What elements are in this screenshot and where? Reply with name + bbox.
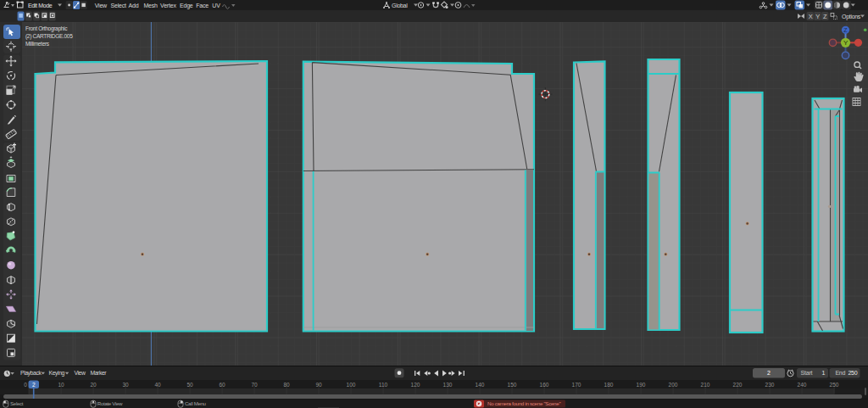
svg-text:80: 80 xyxy=(283,382,290,388)
svg-text:2: 2 xyxy=(767,370,771,376)
svg-text:Start: Start xyxy=(801,370,813,376)
svg-text:Y: Y xyxy=(843,39,849,47)
svg-text:250: 250 xyxy=(849,370,858,376)
svg-text:160: 160 xyxy=(540,382,549,388)
svg-text:90: 90 xyxy=(315,382,322,388)
svg-text:110: 110 xyxy=(379,382,388,388)
svg-text:130: 130 xyxy=(443,382,453,388)
svg-text:Rotate View: Rotate View xyxy=(97,400,123,406)
svg-text:Y: Y xyxy=(815,13,820,20)
svg-text:Add: Add xyxy=(129,3,139,8)
svg-text:Global: Global xyxy=(392,3,408,8)
svg-text:Call Menu: Call Menu xyxy=(185,400,207,406)
svg-text:X: X xyxy=(809,13,813,20)
svg-text:Keying: Keying xyxy=(49,370,65,377)
svg-text:210: 210 xyxy=(701,382,710,388)
svg-text:220: 220 xyxy=(733,382,743,388)
svg-text:200: 200 xyxy=(669,382,678,388)
svg-text:170: 170 xyxy=(572,382,581,388)
svg-text:250: 250 xyxy=(830,382,839,388)
svg-text:Marker: Marker xyxy=(90,370,107,376)
svg-text:Mesh: Mesh xyxy=(143,3,158,8)
svg-text:2: 2 xyxy=(32,382,36,388)
svg-text:30: 30 xyxy=(122,382,129,388)
svg-text:0: 0 xyxy=(24,382,27,388)
svg-text:100: 100 xyxy=(347,382,356,388)
svg-text:UV: UV xyxy=(212,3,220,8)
svg-text:Vertex: Vertex xyxy=(160,3,176,8)
svg-text:Edit Mode: Edit Mode xyxy=(28,3,53,8)
svg-text:Face: Face xyxy=(196,3,209,8)
svg-text:140: 140 xyxy=(476,382,485,388)
svg-text:Playback: Playback xyxy=(20,370,42,377)
svg-text:10: 10 xyxy=(58,382,64,388)
svg-text:Select: Select xyxy=(10,400,24,406)
svg-text:End: End xyxy=(836,370,846,376)
svg-text:1: 1 xyxy=(822,370,826,376)
svg-text:Edge: Edge xyxy=(180,3,193,9)
svg-text:View: View xyxy=(95,3,108,8)
svg-text:70: 70 xyxy=(251,382,258,388)
svg-text:230: 230 xyxy=(765,382,775,388)
svg-text:60: 60 xyxy=(219,382,225,388)
svg-text:Select: Select xyxy=(111,3,127,8)
svg-text:190: 190 xyxy=(637,382,646,388)
svg-text:40: 40 xyxy=(154,382,161,388)
svg-text:120: 120 xyxy=(411,382,420,388)
svg-text:Z: Z xyxy=(843,27,848,33)
svg-text:View: View xyxy=(75,370,86,376)
svg-text:150: 150 xyxy=(508,382,517,388)
svg-text:20: 20 xyxy=(90,382,97,388)
svg-text:Z: Z xyxy=(823,13,827,20)
svg-text:50: 50 xyxy=(186,382,193,388)
svg-text:Options: Options xyxy=(842,14,861,20)
svg-text:No camera found in scene "Scen: No camera found in scene "Scene" xyxy=(487,400,560,406)
svg-text:240: 240 xyxy=(798,382,807,388)
svg-text:180: 180 xyxy=(604,382,614,388)
